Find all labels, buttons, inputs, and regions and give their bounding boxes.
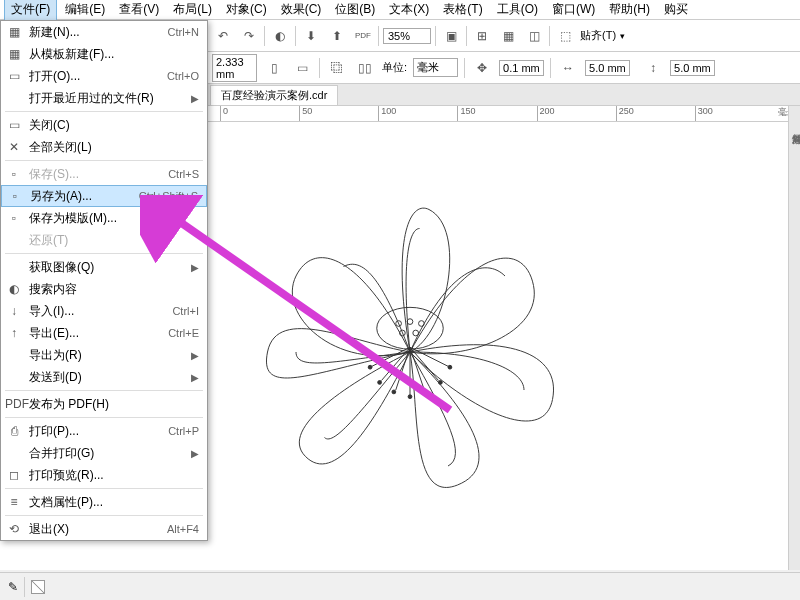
menu-file[interactable]: 文件(F)	[4, 0, 57, 21]
menu-icon: ◐	[5, 282, 23, 296]
menu-buy[interactable]: 购买	[658, 0, 694, 20]
menu-shortcut: Ctrl+O	[167, 70, 199, 82]
file-menu-item-17[interactable]: 导出为(R)▶	[1, 344, 207, 366]
search-icon[interactable]: ◐	[269, 25, 291, 47]
menu-tools[interactable]: 工具(O)	[491, 0, 544, 20]
guides-icon[interactable]: ◫	[523, 25, 545, 47]
object-properties-tab[interactable]: 对象属性	[789, 106, 800, 126]
landscape-icon[interactable]: ▭	[291, 57, 313, 79]
svg-line-6	[382, 347, 411, 380]
file-menu-item-8: ▫保存(S)...Ctrl+S	[1, 163, 207, 185]
file-menu-item-16[interactable]: ↑导出(E)...Ctrl+E	[1, 322, 207, 344]
ruler-tick: 200	[537, 106, 616, 121]
lotus-artwork[interactable]	[220, 162, 600, 542]
file-menu-item-23[interactable]: 合并打印(G)▶	[1, 442, 207, 464]
fullscreen-icon[interactable]: ▣	[440, 25, 462, 47]
svg-point-5	[413, 330, 419, 336]
submenu-arrow-icon: ▶	[191, 262, 199, 273]
ruler-tick: 300	[695, 106, 774, 121]
portrait-icon[interactable]: ▯	[263, 57, 285, 79]
submenu-arrow-icon: ▶	[191, 372, 199, 383]
menu-label: 保存为模版(M)...	[29, 210, 199, 227]
dup-y-input[interactable]: 5.0 mm	[670, 60, 715, 76]
menu-object[interactable]: 对象(C)	[220, 0, 273, 20]
grid-icon[interactable]: ▦	[497, 25, 519, 47]
snap-icon[interactable]: ⬚	[554, 25, 576, 47]
menu-label: 合并打印(G)	[29, 445, 191, 462]
menu-shortcut: Ctrl+P	[168, 425, 199, 437]
file-menu-item-10[interactable]: ▫保存为模版(M)...	[1, 207, 207, 229]
svg-point-15	[439, 381, 443, 385]
file-menu-item-3[interactable]: 打开最近用过的文件(R)▶	[1, 87, 207, 109]
page-width-input[interactable]: 2.333 mm	[212, 54, 257, 82]
menu-label: 获取图像(Q)	[29, 259, 191, 276]
menu-label: 文档属性(P)...	[29, 494, 199, 511]
dup-x-input[interactable]: 5.0 mm	[585, 60, 630, 76]
menu-icon: ≡	[5, 495, 23, 509]
menu-shortcut: Ctrl+I	[172, 305, 199, 317]
pdf-icon[interactable]: PDF	[352, 25, 374, 47]
submenu-arrow-icon: ▶	[191, 448, 199, 459]
file-menu-item-28[interactable]: ⟲退出(X)Alt+F4	[1, 518, 207, 540]
export-icon[interactable]: ⬆	[326, 25, 348, 47]
file-menu-item-14[interactable]: ◐搜索内容	[1, 278, 207, 300]
menu-shortcut: Ctrl+E	[168, 327, 199, 339]
zoom-level[interactable]: 35%	[383, 28, 431, 44]
nudge-input[interactable]: 0.1 mm	[499, 60, 544, 76]
menu-label: 发布为 PDF(H)	[29, 396, 199, 413]
eyedropper-icon[interactable]: ✎	[8, 580, 18, 594]
menu-window[interactable]: 窗口(W)	[546, 0, 601, 20]
menu-icon: ⟲	[5, 522, 23, 536]
menu-edit[interactable]: 编辑(E)	[59, 0, 111, 20]
unit-select[interactable]: 毫米	[413, 58, 458, 77]
menu-icon: ▫	[5, 167, 23, 181]
file-menu-item-20[interactable]: PDF发布为 PDF(H)	[1, 393, 207, 415]
menu-label: 另存为(A)...	[30, 188, 139, 205]
menu-view[interactable]: 查看(V)	[113, 0, 165, 20]
import-icon[interactable]: ⬇	[300, 25, 322, 47]
svg-point-11	[408, 395, 412, 399]
redo-icon[interactable]: ↷	[238, 25, 260, 47]
menu-label: 保存(S)...	[29, 166, 168, 183]
menu-label: 搜索内容	[29, 281, 199, 298]
file-menu-item-6[interactable]: ✕全部关闭(L)	[1, 136, 207, 158]
page-layout-icon[interactable]: ⿻	[326, 57, 348, 79]
ruler-tick: 0	[220, 106, 299, 121]
svg-point-17	[448, 365, 452, 369]
right-docker[interactable]: 对象属性	[788, 106, 800, 570]
svg-point-2	[407, 319, 413, 325]
duplicate-y-icon: ↕	[642, 57, 664, 79]
file-menu-item-13[interactable]: 获取图像(Q)▶	[1, 256, 207, 278]
file-menu-item-22[interactable]: ⎙打印(P)...Ctrl+P	[1, 420, 207, 442]
menu-help[interactable]: 帮助(H)	[603, 0, 656, 20]
file-menu-item-24[interactable]: ◻打印预览(R)...	[1, 464, 207, 486]
fill-swatch[interactable]	[31, 580, 45, 594]
svg-point-13	[424, 390, 428, 394]
file-menu-item-5[interactable]: ▭关闭(C)	[1, 114, 207, 136]
file-menu-item-1[interactable]: ▦从模板新建(F)...	[1, 43, 207, 65]
submenu-arrow-icon: ▶	[191, 93, 199, 104]
file-menu-item-0[interactable]: ▦新建(N)...Ctrl+N	[1, 21, 207, 43]
menu-icon: ↓	[5, 304, 23, 318]
svg-point-19	[368, 365, 372, 369]
menu-icon: ▭	[5, 118, 23, 132]
file-menu-item-2[interactable]: ▭打开(O)...Ctrl+O	[1, 65, 207, 87]
menu-layout[interactable]: 布局(L)	[167, 0, 218, 20]
menubar: 文件(F) 编辑(E) 查看(V) 布局(L) 对象(C) 效果(C) 位图(B…	[0, 0, 800, 20]
status-bar: ✎	[0, 572, 800, 600]
file-menu-item-15[interactable]: ↓导入(I)...Ctrl+I	[1, 300, 207, 322]
nudge-icon: ✥	[471, 57, 493, 79]
file-menu-item-26[interactable]: ≡文档属性(P)...	[1, 491, 207, 513]
undo-icon[interactable]: ↶	[212, 25, 234, 47]
menu-label: 打开最近用过的文件(R)	[29, 90, 191, 107]
file-menu-item-9[interactable]: ▫另存为(A)...Ctrl+Shift+S	[1, 185, 207, 207]
document-tab[interactable]: 百度经验演示案例.cdr	[210, 85, 338, 105]
menu-text[interactable]: 文本(X)	[383, 0, 435, 20]
menu-bitmap[interactable]: 位图(B)	[329, 0, 381, 20]
snap-dropdown[interactable]: 贴齐(T)	[580, 28, 616, 43]
file-menu-item-18[interactable]: 发送到(D)▶	[1, 366, 207, 388]
menu-table[interactable]: 表格(T)	[437, 0, 488, 20]
facing-pages-icon[interactable]: ▯▯	[354, 57, 376, 79]
menu-effects[interactable]: 效果(C)	[275, 0, 328, 20]
ruler-icon[interactable]: ⊞	[471, 25, 493, 47]
